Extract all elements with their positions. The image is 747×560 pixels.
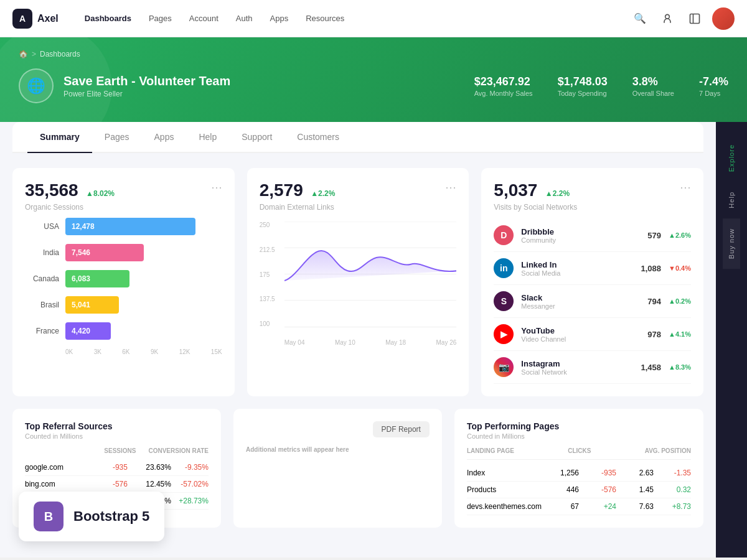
hero-content: 🌐 Save Earth - Volunteer Team Power Elit… (19, 68, 728, 103)
top-pages-card: Top Performing Pages Counted in Millions… (454, 409, 703, 528)
page-row-3: devs.keenthemes.com 67 +24 7.63 +8.73 (467, 498, 691, 515)
page-row-1: Index 1,256 -935 2.63 -1.35 (467, 465, 691, 482)
bar-canada: Canada 6,083 (25, 270, 222, 287)
chart-x-labels: May 04 May 10 May 18 May 26 (284, 339, 457, 346)
tab-customers[interactable]: Customers (284, 122, 352, 153)
slack-icon: S (494, 291, 514, 311)
sidebar-explore[interactable]: Explore (723, 134, 740, 182)
nav-dashboards[interactable]: Dashboards (77, 10, 139, 27)
team-logo: 🌐 (19, 68, 54, 103)
metrics-row: 35,568 ▲8.02% ⋯ Organic Sessions USA 12,… (12, 168, 703, 396)
chart-y-labels: 250 212.5 175 137.5 100 (260, 222, 281, 327)
metric-external-links: 2,579 ▲2.2% ⋯ Domain External Links 250 … (247, 168, 469, 396)
social-instagram: 📷 Instagram Social Network 1,458 ▲8.3% (494, 351, 691, 384)
metric-header-2: 2,579 ▲2.2% ⋯ (260, 180, 457, 200)
instagram-icon: 📷 (494, 357, 514, 377)
sidebar-help[interactable]: Help (723, 182, 740, 218)
youtube-icon: ▶ (494, 324, 514, 344)
metric-label-2: Domain External Links (260, 203, 457, 212)
sidebar-buy[interactable]: Buy now (723, 218, 740, 269)
metric-label-3: Visits by Social Networks (494, 203, 691, 212)
notifications-button[interactable] (657, 9, 677, 29)
pdf-report-button[interactable]: PDF Report (373, 421, 430, 437)
metric-value-social: 5,037 ▲2.2% (494, 180, 570, 200)
stat-7days: -7.4% 7 Days (699, 75, 728, 97)
top-pages-subtitle: Counted in Millions (467, 432, 691, 440)
pdf-card: PDF Report Additional metrics will appea… (233, 409, 442, 528)
social-youtube: ▶ YouTube Video Channel 978 ▲4.1% (494, 318, 691, 351)
stat-today-spending: $1,748.03 Today Spending (558, 75, 608, 97)
social-info-instagram: Instagram Social Network (521, 359, 641, 376)
navbar: A Axel Dashboards Pages Account Auth App… (0, 0, 747, 37)
metric-header-3: 5,037 ▲2.2% ⋯ (494, 180, 691, 200)
metric-menu-2[interactable]: ⋯ (445, 180, 456, 194)
page-row-2: Products 446 -576 1.45 0.32 (467, 482, 691, 498)
referral-title: Top Referral Sources (25, 421, 209, 431)
social-info-slack: Slack Messanger (521, 293, 647, 310)
tab-summary[interactable]: Summary (27, 122, 92, 153)
right-sidebar: Explore Help Buy now (716, 122, 747, 558)
svg-rect-1 (690, 14, 700, 23)
svg-point-0 (665, 14, 670, 19)
bootstrap-text: Bootstrap 5 (73, 508, 149, 525)
user-avatar[interactable] (712, 7, 735, 30)
nav-logo[interactable]: A Axel (12, 9, 59, 29)
bars-chart: USA 12,478 India 7,546 Canada (25, 212, 222, 362)
breadcrumb-home: 🏠 (19, 50, 28, 58)
referral-row-1: google.com -935 23.63% -9.35% (25, 459, 209, 476)
referral-table-header: SESSIONS CONVERSION RATE (25, 447, 209, 454)
tab-help[interactable]: Help (186, 122, 229, 153)
metric-label-1: Organic Sessions (25, 203, 222, 212)
tab-bar: Summary Pages Apps Help Support Customer… (12, 122, 703, 153)
chart-svg-area (284, 222, 457, 327)
social-info-linkedin: Linked In Social Media (521, 260, 641, 277)
linkedin-icon: in (494, 258, 514, 278)
logo-name: Axel (37, 13, 59, 24)
referral-header: Top Referral Sources Counted in Millions (25, 421, 209, 447)
bar-brasil: Brasil 5,041 (25, 296, 222, 314)
nav-links: Dashboards Pages Account Auth Apps Resou… (77, 10, 352, 27)
social-linkedin: in Linked In Social Media 1,088 ▼0.4% (494, 252, 691, 285)
metric-social-visits: 5,037 ▲2.2% ⋯ Visits by Social Networks … (481, 168, 703, 396)
nav-auth[interactable]: Auth (228, 10, 260, 27)
metric-menu-3[interactable]: ⋯ (680, 180, 691, 194)
team-subtitle: Power Elite Seller (63, 90, 230, 98)
metric-menu-1[interactable]: ⋯ (211, 180, 222, 194)
hero-stats: $23,467.92 Avg. Monthly Sales $1,748.03 … (474, 75, 728, 97)
referral-subtitle: Counted in Millions (25, 432, 209, 440)
social-dribbble: D Dribbble Community 579 ▲2.6% (494, 219, 691, 252)
breadcrumb: 🏠 > Dashboards (19, 50, 728, 58)
top-pages-header: LANDING PAGE CLICKS AVG. POSITION (467, 447, 691, 460)
metric-value-sessions: 35,568 ▲8.02% (25, 180, 115, 200)
line-chart: 250 212.5 175 137.5 100 (260, 222, 457, 346)
nav-right: 🔍 (630, 7, 735, 30)
social-list: D Dribbble Community 579 ▲2.6% in Linked… (494, 219, 691, 384)
bootstrap-icon: B (34, 502, 63, 531)
stat-monthly-sales: $23,467.92 Avg. Monthly Sales (474, 75, 533, 97)
bar-france: France 4,420 (25, 322, 222, 340)
metric-header-1: 35,568 ▲8.02% ⋯ (25, 180, 222, 200)
bar-usa: USA 12,478 (25, 218, 222, 235)
tab-apps[interactable]: Apps (142, 122, 187, 153)
social-info-dribbble: Dribbble Community (521, 227, 647, 244)
nav-account[interactable]: Account (182, 10, 226, 27)
search-button[interactable]: 🔍 (630, 9, 650, 29)
tab-support[interactable]: Support (229, 122, 284, 153)
nav-resources[interactable]: Resources (298, 10, 352, 27)
top-pages-title: Top Performing Pages (467, 421, 691, 431)
nav-pages[interactable]: Pages (141, 10, 179, 27)
tab-pages[interactable]: Pages (92, 122, 142, 153)
bootstrap-badge: B Bootstrap 5 (19, 492, 164, 541)
metric-value-links: 2,579 ▲2.2% (260, 180, 336, 200)
social-info-youtube: YouTube Video Channel (521, 326, 647, 343)
dribbble-icon: D (494, 225, 514, 245)
settings-button[interactable] (685, 9, 705, 29)
logo-icon: A (12, 9, 32, 29)
bar-axis: 0K 3K 6K 9K 12K 15K (25, 348, 222, 355)
nav-apps[interactable]: Apps (263, 10, 296, 27)
pdf-content: Additional metrics will appear here (246, 446, 430, 453)
metric-organic-sessions: 35,568 ▲8.02% ⋯ Organic Sessions USA 12,… (12, 168, 235, 396)
breadcrumb-sep: > (32, 50, 36, 58)
bar-india: India 7,546 (25, 244, 222, 261)
social-slack: S Slack Messanger 794 ▲0.2% (494, 285, 691, 318)
